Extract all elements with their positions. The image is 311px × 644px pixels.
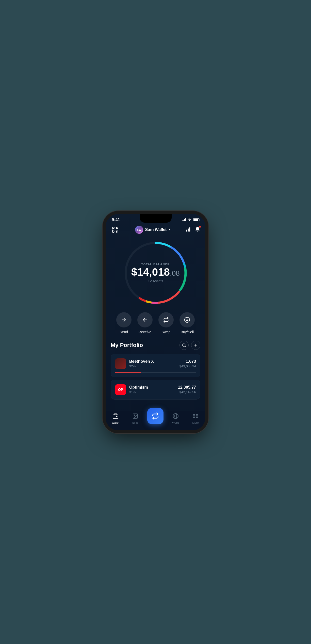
notification-badge: [199, 226, 201, 228]
wallet-name: Sam Wallet: [145, 227, 167, 232]
notification-button[interactable]: [195, 226, 200, 233]
optimism-pct: 31%: [129, 390, 148, 394]
action-buttons: Send Receive: [106, 307, 205, 337]
portfolio-section: My Portfolio: [106, 337, 205, 405]
portfolio-header: My Portfolio: [111, 341, 200, 350]
header-actions: [186, 226, 200, 233]
balance-chart: TOTAL BALANCE $14,018.08 12 Assets: [123, 240, 189, 306]
balance-display: TOTAL BALANCE $14,018.08 12 Assets: [130, 263, 181, 283]
svg-rect-31: [196, 417, 198, 418]
signal-icon: [182, 218, 186, 221]
assets-count: 12 Assets: [130, 279, 181, 283]
bottom-nav: Wallet NFTs: [106, 411, 205, 430]
svg-line-19: [185, 346, 186, 347]
swap-label: Swap: [162, 330, 171, 334]
receive-button[interactable]: Receive: [137, 312, 153, 334]
balance-main: $14,018: [131, 267, 170, 277]
battery-icon: [193, 218, 199, 221]
balance-cents: .08: [170, 270, 180, 277]
svg-rect-4: [188, 228, 189, 232]
beethoven-pct: 32%: [129, 364, 154, 368]
wifi-icon: [187, 218, 191, 222]
svg-rect-0: [113, 227, 114, 228]
nav-wallet-label: Wallet: [112, 421, 119, 424]
add-asset-button[interactable]: [191, 341, 200, 350]
balance-amount: $14,018.08: [130, 267, 181, 277]
nav-nfts-label: NFTs: [132, 421, 139, 424]
svg-rect-5: [189, 227, 190, 232]
send-button[interactable]: Send: [116, 312, 132, 334]
nav-web3[interactable]: Web3: [168, 413, 183, 424]
balance-label: TOTAL BALANCE: [130, 263, 181, 266]
optimism-logo: OP: [115, 384, 126, 395]
optimism-value: $42,149.56: [178, 390, 196, 394]
phone-frame: 9:41: [106, 214, 205, 430]
svg-point-22: [116, 416, 117, 417]
nft-icon: [132, 413, 138, 420]
app-header: SW Sam Wallet ▾: [106, 222, 205, 237]
receive-label: Receive: [139, 330, 152, 334]
svg-point-24: [134, 415, 135, 416]
swap-button[interactable]: Swap: [158, 312, 174, 334]
beethoven-value: $43,003.34: [179, 364, 196, 368]
nav-wallet[interactable]: Wallet: [108, 413, 123, 424]
optimism-amount: 12,305.77: [178, 385, 196, 390]
beethoven-progress-bar: [115, 372, 196, 373]
scan-button[interactable]: [111, 225, 120, 234]
balance-section: TOTAL BALANCE $14,018.08 12 Assets: [106, 237, 205, 307]
svg-rect-3: [186, 229, 187, 231]
beethoven-logo: [115, 358, 126, 369]
chevron-down-icon: ▾: [169, 228, 170, 231]
nav-nfts[interactable]: NFTs: [128, 413, 143, 424]
swap-icon: [152, 412, 159, 420]
send-label: Send: [120, 330, 128, 334]
optimism-name: Optimism: [129, 385, 148, 390]
svg-rect-29: [196, 414, 198, 416]
nav-center-button[interactable]: [147, 408, 163, 424]
asset-card-beethoven[interactable]: Beethoven X 32% 1.673 $43,003.34: [111, 354, 200, 377]
nav-web3-label: Web3: [172, 421, 179, 424]
wallet-icon: [112, 413, 119, 420]
status-icons: [182, 218, 200, 222]
notch: [140, 214, 172, 223]
beethoven-name: Beethoven X: [129, 359, 154, 364]
portfolio-title: My Portfolio: [111, 342, 143, 349]
phone-screen: 9:41: [106, 214, 205, 430]
asset-card-optimism[interactable]: OP Optimism 31% 12,305.77 $42,149.56: [111, 380, 200, 400]
beethoven-amount: 1.673: [179, 359, 196, 364]
status-time: 9:41: [112, 218, 120, 222]
svg-rect-1: [117, 227, 118, 228]
svg-rect-28: [193, 414, 195, 416]
more-icon: [192, 413, 199, 420]
web3-icon: [173, 413, 179, 420]
nav-more-label: More: [192, 421, 199, 424]
wallet-selector[interactable]: SW Sam Wallet ▾: [135, 226, 171, 234]
buysell-label: Buy/Sell: [181, 330, 194, 334]
portfolio-actions: [179, 341, 200, 350]
analytics-button[interactable]: [186, 226, 191, 233]
buysell-button[interactable]: Buy/Sell: [179, 312, 195, 334]
svg-rect-30: [193, 417, 195, 418]
svg-rect-2: [113, 231, 114, 232]
avatar: SW: [135, 226, 143, 234]
nav-more[interactable]: More: [188, 413, 203, 424]
search-button[interactable]: [179, 341, 189, 350]
